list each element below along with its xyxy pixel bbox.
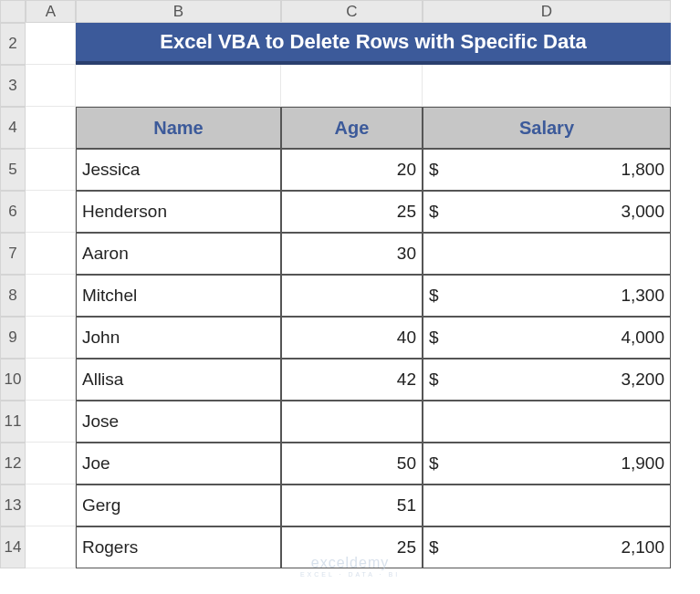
col-header-C[interactable]: C xyxy=(281,0,423,23)
cell-age-4[interactable]: 40 xyxy=(281,317,423,359)
cell-name-6[interactable]: Jose xyxy=(76,401,281,443)
cell-A9[interactable] xyxy=(26,317,76,359)
table-header-age[interactable]: Age xyxy=(281,107,423,149)
cell-salary-4[interactable]: $4,000 xyxy=(423,317,671,359)
cell-age-3[interactable] xyxy=(281,275,423,317)
cell-C3[interactable] xyxy=(281,65,423,107)
row-header-6[interactable]: 6 xyxy=(0,191,26,233)
cell-name-1[interactable]: Henderson xyxy=(76,191,281,233)
cell-A7[interactable] xyxy=(26,233,76,275)
currency-symbol: $ xyxy=(429,537,439,558)
cell-age-8[interactable]: 51 xyxy=(281,485,423,526)
cell-salary-9[interactable]: $2,100 xyxy=(423,526,671,568)
cell-name-4[interactable]: John xyxy=(76,317,281,359)
cell-A3[interactable] xyxy=(26,65,76,107)
row-header-5[interactable]: 5 xyxy=(0,149,26,191)
currency-symbol: $ xyxy=(429,160,439,180)
cell-name-3[interactable]: Mitchel xyxy=(76,275,281,317)
currency-symbol: $ xyxy=(429,286,439,306)
salary-value: 2,100 xyxy=(621,537,664,558)
watermark-main: exceldemy xyxy=(311,555,389,570)
salary-value: 3,000 xyxy=(621,202,664,222)
watermark-sub: EXCEL · DATA · BI xyxy=(300,571,400,578)
row-header-2[interactable]: 2 xyxy=(0,23,26,65)
salary-value: 1,300 xyxy=(621,286,664,306)
salary-value: 1,900 xyxy=(621,453,664,474)
row-header-13[interactable]: 13 xyxy=(0,485,26,526)
cell-age-5[interactable]: 42 xyxy=(281,359,423,401)
cell-name-7[interactable]: Joe xyxy=(76,443,281,485)
cell-salary-0[interactable]: $1,800 xyxy=(423,149,671,191)
cell-A2[interactable] xyxy=(26,23,76,65)
spreadsheet-grid: A B C D 2 Excel VBA to Delete Rows with … xyxy=(0,0,700,568)
cell-name-8[interactable]: Gerg xyxy=(76,485,281,526)
col-header-B[interactable]: B xyxy=(76,0,281,23)
cell-A11[interactable] xyxy=(26,401,76,443)
col-header-A[interactable]: A xyxy=(26,0,76,23)
cell-A14[interactable] xyxy=(26,526,76,568)
cell-A12[interactable] xyxy=(26,443,76,485)
currency-symbol: $ xyxy=(429,453,439,474)
cell-age-2[interactable]: 30 xyxy=(281,233,423,275)
table-header-name[interactable]: Name xyxy=(76,107,281,149)
salary-value: 1,800 xyxy=(621,160,664,180)
cell-A13[interactable] xyxy=(26,485,76,526)
currency-symbol: $ xyxy=(429,370,439,390)
cell-D3[interactable] xyxy=(423,65,671,107)
cell-salary-1[interactable]: $3,000 xyxy=(423,191,671,233)
cell-A5[interactable] xyxy=(26,149,76,191)
cell-salary-6[interactable] xyxy=(423,401,671,443)
cell-name-5[interactable]: Allisa xyxy=(76,359,281,401)
currency-symbol: $ xyxy=(429,328,439,348)
select-all-corner[interactable] xyxy=(0,0,26,23)
cell-salary-3[interactable]: $1,300 xyxy=(423,275,671,317)
cell-A10[interactable] xyxy=(26,359,76,401)
row-header-10[interactable]: 10 xyxy=(0,359,26,401)
row-header-14[interactable]: 14 xyxy=(0,526,26,568)
row-header-9[interactable]: 9 xyxy=(0,317,26,359)
row-header-3[interactable]: 3 xyxy=(0,65,26,107)
row-header-7[interactable]: 7 xyxy=(0,233,26,275)
title-cell[interactable]: Excel VBA to Delete Rows with Specific D… xyxy=(76,23,671,65)
cell-salary-5[interactable]: $3,200 xyxy=(423,359,671,401)
watermark: exceldemy EXCEL · DATA · BI xyxy=(300,555,400,578)
cell-age-7[interactable]: 50 xyxy=(281,443,423,485)
salary-value: 3,200 xyxy=(621,370,664,390)
cell-salary-2[interactable] xyxy=(423,233,671,275)
cell-salary-8[interactable] xyxy=(423,485,671,526)
row-header-4[interactable]: 4 xyxy=(0,107,26,149)
cell-age-0[interactable]: 20 xyxy=(281,149,423,191)
cell-B3[interactable] xyxy=(76,65,281,107)
cell-name-2[interactable]: Aaron xyxy=(76,233,281,275)
cell-A4[interactable] xyxy=(26,107,76,149)
table-header-salary[interactable]: Salary xyxy=(423,107,671,149)
cell-A8[interactable] xyxy=(26,275,76,317)
row-header-12[interactable]: 12 xyxy=(0,443,26,485)
cell-name-9[interactable]: Rogers xyxy=(76,526,281,568)
currency-symbol: $ xyxy=(429,202,439,222)
col-header-D[interactable]: D xyxy=(423,0,671,23)
row-header-8[interactable]: 8 xyxy=(0,275,26,317)
salary-value: 4,000 xyxy=(621,328,664,348)
cell-A6[interactable] xyxy=(26,191,76,233)
cell-age-1[interactable]: 25 xyxy=(281,191,423,233)
row-header-11[interactable]: 11 xyxy=(0,401,26,443)
cell-name-0[interactable]: Jessica xyxy=(76,149,281,191)
cell-salary-7[interactable]: $1,900 xyxy=(423,443,671,485)
cell-age-6[interactable] xyxy=(281,401,423,443)
